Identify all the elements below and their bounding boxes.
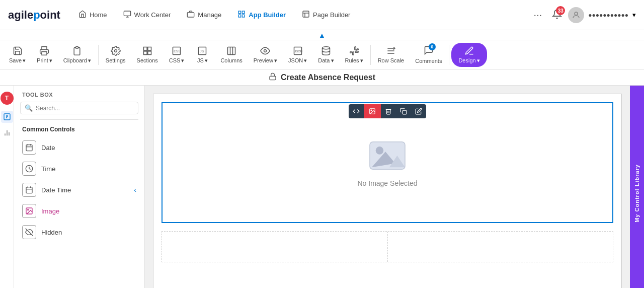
svg-rect-12: [42, 51, 47, 55]
svg-text:CSS: CSS: [174, 49, 181, 53]
settings-label: Settings: [106, 57, 126, 63]
user-name: ●●●●●●●●●●●: [588, 12, 628, 19]
svg-text:JSON: JSON: [294, 50, 302, 53]
rowscale-button[interactable]: Row Scale: [373, 43, 410, 66]
home-icon: [78, 10, 87, 20]
avatar: [568, 7, 584, 23]
svg-rect-17: [143, 51, 147, 55]
nav-workcenter-label: Work Center: [134, 11, 171, 19]
comments-badge-wrapper: 0: [424, 45, 434, 56]
svg-rect-57: [403, 110, 407, 114]
toolbox-item-date[interactable]: Date: [14, 137, 144, 158]
columns-button[interactable]: Columns: [215, 43, 247, 66]
toolbar: Save ▾ Print ▾ Clipboard ▾ Settings Sect…: [0, 40, 644, 69]
toolbox-panel: TOOL BOX 🔍 Common Controls Date Time: [14, 86, 145, 288]
more-button[interactable]: ···: [530, 7, 546, 23]
divider-1: [98, 45, 99, 65]
widget-delete-button[interactable]: [381, 105, 396, 117]
design-button[interactable]: Design ▾: [451, 43, 487, 67]
comments-badge: 0: [429, 43, 436, 50]
main-area: T TOOL BOX 🔍 Common Controls Date: [0, 86, 644, 288]
sidebar-icon-forms[interactable]: [1, 111, 13, 123]
search-icon: 🔍: [25, 104, 33, 112]
svg-rect-23: [228, 47, 235, 55]
nav-appbuilder[interactable]: App Builder: [231, 6, 292, 24]
widget-code-button[interactable]: [349, 105, 364, 117]
toolbox-hidden-label: Hidden: [41, 229, 62, 236]
search-input[interactable]: [36, 105, 134, 112]
columns-label: Columns: [220, 57, 242, 63]
svg-text:JS: JS: [200, 49, 204, 53]
svg-point-53: [28, 209, 29, 210]
svg-rect-18: [147, 51, 151, 55]
clipboard-label: Clipboard ▾: [63, 57, 91, 64]
settings-button[interactable]: Settings: [101, 43, 131, 66]
canvas-content: No Image Selected: [153, 94, 622, 288]
divider-2: [370, 45, 371, 65]
svg-rect-0: [124, 11, 130, 16]
chevron-bar: ▲: [0, 30, 644, 40]
sections-button[interactable]: Sections: [132, 43, 163, 66]
svg-point-11: [575, 12, 578, 15]
nav-workcenter[interactable]: Work Center: [117, 6, 177, 24]
notifications-button[interactable]: 33: [552, 9, 562, 21]
user-info[interactable]: ●●●●●●●●●●● ▾: [568, 7, 636, 23]
widget-copy-button[interactable]: [396, 105, 411, 117]
toolbox-item-time[interactable]: Time: [14, 158, 144, 179]
page-title: Create Absence Request: [281, 73, 375, 82]
svg-rect-4: [238, 11, 241, 14]
nav-home[interactable]: Home: [72, 6, 113, 24]
collapse-nav-button[interactable]: ▲: [318, 31, 326, 39]
comments-label: Comments: [415, 58, 442, 64]
nav-manage-label: Manage: [198, 11, 221, 19]
toolbox-item-datetime[interactable]: Date Time ‹: [14, 179, 144, 200]
image-widget[interactable]: No Image Selected: [162, 102, 613, 223]
nav-manage[interactable]: Manage: [181, 6, 227, 24]
rules-button[interactable]: Rules ▾: [340, 43, 368, 67]
toolbox-item-hidden[interactable]: Hidden: [14, 222, 144, 243]
toolbox-title: TOOL BOX: [14, 86, 144, 102]
preview-button[interactable]: Preview ▾: [249, 43, 282, 67]
comments-button[interactable]: 0 Comments: [410, 42, 447, 67]
toolbox-item-image[interactable]: Image: [14, 200, 144, 222]
print-label: Print ▾: [37, 57, 52, 64]
toolbox-datetime-label: Date Time: [41, 186, 71, 194]
print-button[interactable]: Print ▾: [32, 43, 57, 67]
no-image-icon: [367, 138, 408, 173]
toolbox-section-title: Common Controls: [14, 124, 144, 137]
svg-rect-7: [243, 15, 245, 17]
svg-rect-35: [270, 76, 276, 80]
json-button[interactable]: JSON JSON ▾: [283, 43, 312, 67]
datetime-icon: [22, 183, 36, 197]
widget-edit-button[interactable]: [411, 105, 426, 117]
toolbox-image-label: Image: [41, 207, 59, 215]
save-button[interactable]: Save ▾: [4, 43, 31, 67]
widget-image-button[interactable]: [364, 104, 381, 118]
save-label: Save ▾: [9, 57, 26, 64]
nav-pagebuilder[interactable]: Page Builder: [296, 6, 356, 24]
data-button[interactable]: Data ▾: [313, 43, 339, 67]
image-icon: [22, 204, 36, 218]
briefcase-icon: [187, 10, 195, 20]
svg-rect-5: [243, 11, 245, 14]
clipboard-button[interactable]: Clipboard ▾: [58, 43, 96, 67]
bottom-row-1: [162, 231, 613, 262]
bottom-cell-1: [162, 232, 388, 262]
right-panel[interactable]: My Control Library: [630, 86, 644, 288]
toolbox-search[interactable]: 🔍: [20, 102, 138, 114]
sidebar-icon-chart[interactable]: [1, 127, 13, 139]
svg-point-56: [371, 110, 372, 111]
nav-home-label: Home: [90, 11, 107, 19]
svg-point-26: [264, 49, 267, 52]
js-label: JS ▾: [197, 57, 208, 64]
js-button[interactable]: JS JS ▾: [190, 43, 214, 67]
canvas-area: No Image Selected: [145, 86, 630, 288]
right-panel-label: My Control Library: [634, 164, 640, 223]
time-icon: [22, 162, 36, 176]
css-button[interactable]: CSS CSS ▾: [164, 43, 190, 67]
svg-rect-6: [238, 15, 241, 17]
widget-toolbar: [349, 104, 426, 118]
svg-rect-48: [26, 187, 32, 193]
logo-text: agilepoint: [8, 9, 60, 22]
data-label: Data ▾: [318, 57, 334, 64]
